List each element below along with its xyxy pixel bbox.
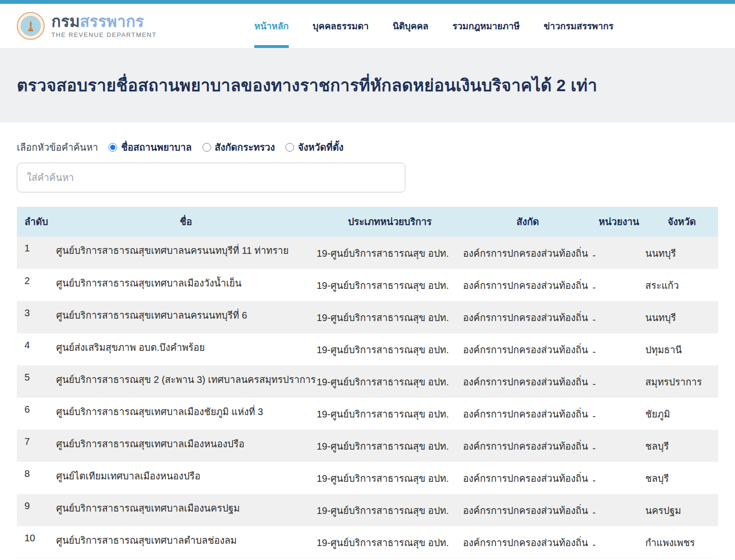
cell-name: ศูนย์บริการสาธารณสุขเทศบาลเมืองชัยภูมิ แ… <box>55 397 317 429</box>
nav-item-news[interactable]: ข่าวกรมสรรพากร <box>544 4 613 48</box>
brand-text: กรมสรรพากร THE REVENUE DEPARTMENT <box>51 13 157 38</box>
cell-affiliation: องค์กรการปกครองส่วนท้องถิ่น <box>463 301 593 333</box>
page-title: ตรวจสอบรายชื่อสถานพยาบาลของทางราชการที่ห… <box>17 72 597 98</box>
table-row: 4ศูนย์ส่งเสริมสุขภาพ อบต.บึงคำพร้อย19-ศู… <box>17 333 718 365</box>
site-header: กรมสรรพากร THE REVENUE DEPARTMENT หน้าหล… <box>0 4 735 48</box>
cell-unit: - <box>593 494 645 526</box>
cell-no: 4 <box>17 333 55 365</box>
cell-province: ชลบุรี <box>645 462 718 494</box>
cell-unit: - <box>593 429 645 462</box>
search-input[interactable] <box>17 163 405 192</box>
search-row <box>17 163 735 192</box>
col-header-unit: หน่วยงาน <box>593 207 645 237</box>
table-row: 1ศูนย์บริการสาธารณสุขเทศบาลนครนนทบุรีที่… <box>17 237 718 269</box>
cell-type: 19-ศูนย์บริการสาธารณสุข อปท. <box>317 462 463 494</box>
table-row: 6ศูนย์บริการสาธารณสุขเทศบาลเมืองชัยภูมิ … <box>17 397 718 429</box>
table-row: 10ศูนย์บริการสาธารณสุขเทศบาลตำบลช่องลม19… <box>17 526 718 558</box>
cell-affiliation: องค์กรการปกครองส่วนท้องถิ่น <box>463 494 593 526</box>
cell-province: สมุทรปราการ <box>645 365 718 397</box>
cell-unit: - <box>593 526 645 558</box>
radio-input-province[interactable] <box>285 143 294 152</box>
title-band: ตรวจสอบรายชื่อสถานพยาบาลของทางราชการที่ห… <box>0 48 735 122</box>
nav-item-personal[interactable]: บุคคลธรรมดา <box>313 4 369 48</box>
radio-province[interactable]: จังหวัดที่ตั้ง <box>285 140 344 155</box>
cell-type: 19-ศูนย์บริการสาธารณสุข อปท. <box>317 429 463 462</box>
cell-unit: - <box>593 269 645 301</box>
table-row: 8ศูนย์ไตเทียมเทศบาลเมืองหนองปรือ19-ศูนย์… <box>17 462 718 494</box>
revenue-department-seal-icon <box>17 12 45 40</box>
brand-logo[interactable]: กรมสรรพากร THE REVENUE DEPARTMENT <box>17 12 157 40</box>
cell-affiliation: องค์กรการปกครองส่วนท้องถิ่น <box>463 333 593 365</box>
nav-item-home[interactable]: หน้าหลัก <box>254 4 289 48</box>
top-accent-bar <box>0 0 735 4</box>
cell-name: ศูนย์บริการสาธารณสุขเทศบาลนครนนทบุรีที่ … <box>55 237 317 269</box>
cell-type: 19-ศูนย์บริการสาธารณสุข อปท. <box>317 333 463 365</box>
cell-no: 6 <box>17 397 55 429</box>
radio-input-hospital-name[interactable] <box>108 143 117 152</box>
cell-no: 7 <box>17 429 55 462</box>
cell-name: ศูนย์บริการสาธารณสุข 2 (สะพาน 3) เทศบาลน… <box>55 365 317 397</box>
radio-label-ministry: สังกัดกระทรวง <box>215 140 275 155</box>
cell-name: ศูนย์บริการสาธารณสุขเทศบาลเมืองหนองปรือ <box>55 429 317 462</box>
cell-province: นครปฐม <box>645 494 718 526</box>
cell-unit: - <box>593 365 645 397</box>
cell-name: ศูนย์บริการสาธารณสุขเทศบาลนครนนทบุรีที่ … <box>55 301 317 333</box>
cell-affiliation: องค์กรการปกครองส่วนท้องถิ่น <box>463 237 593 269</box>
cell-affiliation: องค์กรการปกครองส่วนท้องถิ่น <box>463 462 593 494</box>
cell-type: 19-ศูนย์บริการสาธารณสุข อปท. <box>317 494 463 526</box>
search-topic-section: เลือกหัวข้อคำค้นหา ชื่อสถานพยาบาล สังกัด… <box>17 140 735 155</box>
cell-province: ปทุมธานี <box>645 333 718 365</box>
col-header-province: จังหวัด <box>645 207 718 237</box>
cell-province: ชัยภูมิ <box>645 397 718 429</box>
table-row: 9ศูนย์บริการสาธารณสุขเทศบาลเมืองนครปฐม19… <box>17 494 718 526</box>
cell-no: 10 <box>17 526 55 558</box>
cell-province: นนทบุรี <box>645 301 718 333</box>
cell-no: 5 <box>17 365 55 397</box>
cell-no: 2 <box>17 269 55 301</box>
col-header-affiliation: สังกัด <box>463 207 593 237</box>
cell-name: ศูนย์บริการสาธารณสุขเทศบาลเมืองวังน้ำเย็… <box>55 269 317 301</box>
table-row: 7ศูนย์บริการสาธารณสุขเทศบาลเมืองหนองปรือ… <box>17 429 718 462</box>
cell-province: ชลบุรี <box>645 429 718 462</box>
cell-province: กำแพงเพชร <box>645 526 718 558</box>
cell-type: 19-ศูนย์บริการสาธารณสุข อปท. <box>317 237 463 269</box>
cell-unit: - <box>593 462 645 494</box>
cell-affiliation: องค์กรการปกครองส่วนท้องถิ่น <box>463 365 593 397</box>
cell-no: 8 <box>17 462 55 494</box>
cell-type: 19-ศูนย์บริการสาธารณสุข อปท. <box>317 365 463 397</box>
header-row: ลำดับ ชื่อ ประเภทหน่วยบริการ สังกัด หน่ว… <box>17 207 718 237</box>
brand-name-thai: กรมสรรพากร <box>51 13 157 30</box>
radio-ministry[interactable]: สังกัดกระทรวง <box>202 140 275 155</box>
cell-affiliation: องค์กรการปกครองส่วนท้องถิ่น <box>463 526 593 558</box>
cell-affiliation: องค์กรการปกครองส่วนท้องถิ่น <box>463 429 593 462</box>
hospital-table-body: 1ศูนย์บริการสาธารณสุขเทศบาลนครนนทบุรีที่… <box>17 237 718 558</box>
cell-unit: - <box>593 237 645 269</box>
cell-name: ศูนย์บริการสาธารณสุขเทศบาลตำบลช่องลม <box>55 526 317 558</box>
radio-label-province: จังหวัดที่ตั้ง <box>298 140 344 155</box>
cell-province: สระแก้ว <box>645 269 718 301</box>
table-row: 3ศูนย์บริการสาธารณสุขเทศบาลนครนนทบุรีที่… <box>17 301 718 333</box>
radio-hospital-name[interactable]: ชื่อสถานพยาบาล <box>108 140 191 155</box>
search-topic-label: เลือกหัวข้อคำค้นหา <box>17 140 98 155</box>
cell-affiliation: องค์กรการปกครองส่วนท้องถิ่น <box>463 397 593 429</box>
cell-type: 19-ศูนย์บริการสาธารณสุข อปท. <box>317 397 463 429</box>
cell-province: นนทบุรี <box>645 237 718 269</box>
brand-name-part1: กรม <box>51 12 80 30</box>
cell-no: 3 <box>17 301 55 333</box>
hospital-table-head: ลำดับ ชื่อ ประเภทหน่วยบริการ สังกัด หน่ว… <box>17 207 718 237</box>
brand-tagline: THE REVENUE DEPARTMENT <box>51 31 157 38</box>
seal-inner-circle <box>21 16 41 36</box>
seal-figure-icon <box>27 21 34 31</box>
cell-name: ศูนย์ไตเทียมเทศบาลเมืองหนองปรือ <box>55 462 317 494</box>
cell-no: 1 <box>17 237 55 269</box>
nav-item-tax-law[interactable]: รวมกฎหมายภาษี <box>452 4 520 48</box>
hospital-table: ลำดับ ชื่อ ประเภทหน่วยบริการ สังกัด หน่ว… <box>17 207 718 559</box>
cell-unit: - <box>593 333 645 365</box>
cell-affiliation: องค์กรการปกครองส่วนท้องถิ่น <box>463 269 593 301</box>
nav-item-corporate[interactable]: นิติบุคคล <box>393 4 428 48</box>
cell-type: 19-ศูนย์บริการสาธารณสุข อปท. <box>317 301 463 333</box>
brand-name-part2: สรรพากร <box>80 12 144 30</box>
col-header-type: ประเภทหน่วยบริการ <box>317 207 463 237</box>
radio-input-ministry[interactable] <box>202 143 211 152</box>
cell-type: 19-ศูนย์บริการสาธารณสุข อปท. <box>317 269 463 301</box>
